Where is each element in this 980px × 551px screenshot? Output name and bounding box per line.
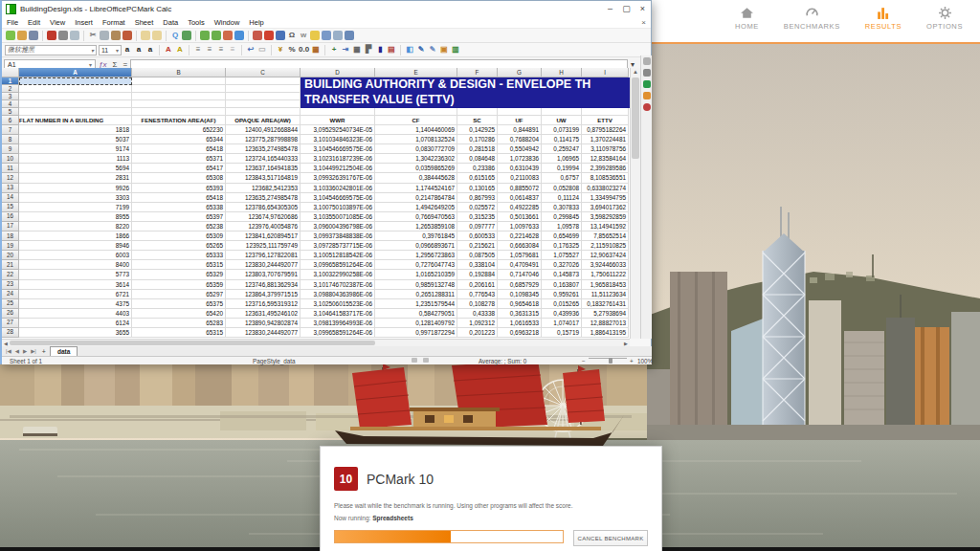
tab-nav-0-icon[interactable]: |◀ — [6, 348, 11, 354]
row-header-24[interactable]: 24 — [2, 290, 19, 299]
cell[interactable]: 3,101034846323E-06 — [301, 135, 375, 144]
gallery-insert-icon[interactable]: ▣ — [439, 45, 449, 55]
cell[interactable]: 5037 — [19, 135, 132, 144]
chevron-down-icon[interactable]: ▾ — [89, 61, 92, 68]
cell[interactable]: 0,130165 — [457, 184, 498, 193]
add-sheet-button[interactable]: + — [42, 348, 46, 355]
cell[interactable]: 3,104546669575E-06 — [301, 193, 375, 203]
zoom-slider-thumb[interactable] — [609, 358, 612, 364]
cell[interactable] — [226, 77, 301, 85]
zoom-slider-track[interactable] — [589, 358, 627, 359]
cell[interactable]: 2,115910825 — [582, 241, 629, 251]
cell[interactable]: 0,6338023274 — [582, 184, 629, 193]
row-header-25[interactable]: 25 — [2, 299, 19, 309]
cell[interactable]: 123925,111759749 — [226, 241, 301, 251]
cell[interactable]: 5773 — [19, 270, 132, 279]
cell[interactable]: 0,6757 — [542, 173, 582, 183]
stats-icon[interactable]: ▥ — [451, 45, 460, 55]
minimize-button[interactable]: – — [602, 1, 618, 16]
save-icon[interactable] — [29, 31, 38, 40]
comment-icon[interactable] — [310, 31, 320, 40]
cell[interactable]: 1,075527 — [542, 251, 582, 260]
cell[interactable]: 0,23386 — [457, 164, 498, 173]
cell[interactable]: 0,844891 — [498, 125, 542, 135]
cell[interactable]: 0,015265 — [542, 299, 582, 309]
row-header-4[interactable]: 4 — [2, 100, 19, 108]
nav-results[interactable]: RESULTS — [865, 6, 902, 31]
cell[interactable]: 3,099658591264E-06 — [301, 328, 375, 338]
cell[interactable]: 1,0097633 — [498, 222, 542, 231]
cell[interactable]: 5,27938694 — [582, 309, 629, 319]
cell[interactable]: 0,959261 — [542, 290, 582, 299]
cell[interactable]: 0,114175 — [542, 135, 582, 144]
cell[interactable]: 1,2956723863 — [375, 251, 457, 260]
cell[interactable]: 3,598292859 — [582, 212, 629, 222]
cell[interactable]: 1,0165210359 — [375, 270, 457, 279]
number-format-icon[interactable]: 0.0 — [299, 45, 309, 55]
cell[interactable]: 0,206161 — [457, 280, 498, 290]
cell[interactable]: 0,0966893671 — [375, 241, 457, 251]
menu-window[interactable]: Window — [210, 18, 245, 27]
cell[interactable]: 0,215621 — [457, 241, 498, 251]
cell[interactable]: 6003 — [19, 251, 132, 260]
cell[interactable] — [301, 108, 375, 116]
document-modified-icon[interactable] — [423, 358, 429, 363]
cell[interactable]: 123803,707679591 — [226, 270, 301, 279]
cell[interactable]: 12,83584164 — [582, 154, 629, 164]
cell[interactable]: 0,4709491 — [498, 260, 542, 270]
cell[interactable]: 1,370224481 — [582, 135, 629, 144]
cell[interactable]: 65359 — [132, 280, 226, 290]
cell[interactable]: 0,025572 — [457, 203, 498, 212]
cell[interactable]: 123864,379971515 — [226, 290, 301, 299]
row-header-3[interactable]: 3 — [2, 93, 19, 100]
row-header-19[interactable]: 19 — [2, 241, 19, 251]
cell[interactable]: 0,1281409792 — [375, 319, 457, 328]
cell[interactable]: 1866 — [19, 231, 132, 241]
cell[interactable]: 4403 — [19, 309, 132, 319]
cell[interactable]: 0,2110083 — [498, 173, 542, 183]
cell[interactable]: 0,315235 — [457, 212, 498, 222]
cell[interactable]: 0,7147046 — [498, 270, 542, 279]
cell[interactable]: 0,201223 — [457, 328, 498, 338]
conditional-icon[interactable]: ◧ — [405, 45, 414, 55]
pen-settings-icon[interactable]: ✎ — [428, 45, 437, 55]
cell[interactable]: 0,5504942 — [498, 144, 542, 154]
cell[interactable]: 0,9654618 — [498, 299, 542, 309]
cell[interactable]: 0,052808 — [542, 184, 582, 193]
cell[interactable]: 0,145873 — [542, 270, 582, 279]
cell[interactable]: 1,06965 — [542, 154, 582, 164]
cell[interactable]: 3655 — [19, 328, 132, 338]
column-header-B[interactable]: B — [132, 68, 226, 77]
row-header-13[interactable]: 13 — [2, 184, 19, 193]
font-color-icon[interactable]: A — [164, 45, 173, 55]
cell[interactable]: 1,1404460069 — [375, 125, 457, 135]
cell[interactable]: 65417 — [132, 164, 226, 173]
cell[interactable]: 0,1832761431 — [582, 299, 629, 309]
cell[interactable]: 5694 — [19, 164, 132, 173]
row-header-2[interactable]: 2 — [2, 85, 19, 93]
cell[interactable]: 8220 — [19, 222, 132, 231]
cell[interactable]: 0,307833 — [542, 203, 582, 212]
column-header-I[interactable]: I — [582, 68, 629, 77]
sort-icon[interactable] — [223, 31, 233, 40]
cell[interactable]: 123841,620894517 — [226, 231, 301, 241]
cell[interactable]: 123631,495246102 — [226, 309, 301, 319]
row-header-18[interactable]: 18 — [2, 231, 19, 241]
cell[interactable]: 0,6663084 — [498, 241, 542, 251]
row-header-5[interactable]: 5 — [2, 108, 19, 116]
cell[interactable]: 3,100322990258E-06 — [301, 270, 375, 279]
cell[interactable]: 65393 — [132, 184, 226, 193]
cancel-benchmark-button[interactable]: CANCEL BENCHMARK — [573, 530, 648, 546]
nav-options[interactable]: OPTIONS — [926, 6, 963, 31]
cell[interactable]: 3,102506015523E-06 — [301, 299, 375, 309]
cell[interactable]: 0,7688204 — [498, 135, 542, 144]
row-header-11[interactable]: 11 — [2, 164, 19, 173]
cell[interactable]: 0,39761845 — [375, 231, 457, 241]
undo-icon[interactable] — [141, 31, 150, 40]
cell[interactable]: 123786,654305305 — [226, 203, 301, 212]
find-replace-icon[interactable]: Q — [170, 31, 180, 40]
redo-icon[interactable] — [152, 31, 162, 40]
chart-icon[interactable] — [253, 31, 262, 40]
cell[interactable]: 3303 — [19, 193, 132, 203]
title-bar[interactable]: BuildingDesign.xls - LibreOfficePCMark C… — [2, 1, 651, 16]
